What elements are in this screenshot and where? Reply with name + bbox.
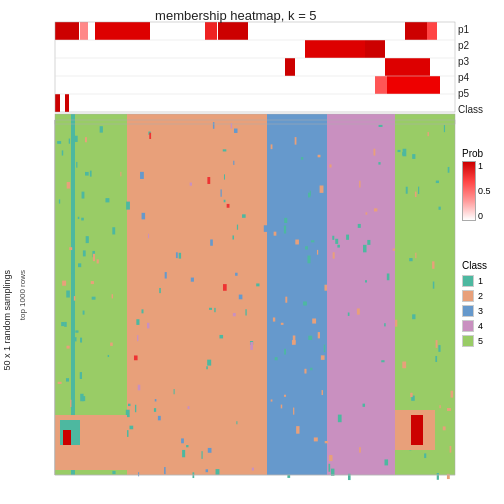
row-label-p5: p5 bbox=[458, 86, 483, 102]
legend-class-label-4: 4 bbox=[478, 321, 483, 331]
legend-class-item-1: 1 bbox=[462, 275, 487, 287]
y-axis-inner-label: top 1000 rows bbox=[18, 270, 27, 320]
legend-class-label: Class bbox=[462, 260, 487, 271]
chart-title: membership heatmap, k = 5 bbox=[155, 8, 317, 23]
row-label-class: Class bbox=[458, 102, 483, 118]
row-label-p2: p2 bbox=[458, 38, 483, 54]
legend-prob: Prob 1 0.5 0 bbox=[462, 148, 491, 221]
legend-gradient bbox=[462, 161, 476, 221]
legend-prob-tick-05: 0.5 bbox=[478, 186, 491, 196]
legend-prob-tick-1: 1 bbox=[478, 161, 491, 171]
legend-class: Class 1 2 3 4 5 bbox=[462, 260, 487, 350]
legend-class-label-3: 3 bbox=[478, 306, 483, 316]
legend-class-items: 1 2 3 4 5 bbox=[462, 275, 487, 347]
legend-class-item-5: 5 bbox=[462, 335, 487, 347]
y-axis-outer-label: 50 x 1 random samplings bbox=[2, 270, 12, 371]
legend-color-1 bbox=[462, 275, 474, 287]
row-label-p4: p4 bbox=[458, 70, 483, 86]
legend-class-item-4: 4 bbox=[462, 320, 487, 332]
legend-class-label-2: 2 bbox=[478, 291, 483, 301]
legend-color-3 bbox=[462, 305, 474, 317]
legend-prob-label: Prob bbox=[462, 148, 491, 159]
legend-class-item-2: 2 bbox=[462, 290, 487, 302]
legend-class-item-3: 3 bbox=[462, 305, 487, 317]
legend-color-4 bbox=[462, 320, 474, 332]
row-label-p3: p3 bbox=[458, 54, 483, 70]
row-label-p1: p1 bbox=[458, 22, 483, 38]
legend-color-5 bbox=[462, 335, 474, 347]
legend-class-label-5: 5 bbox=[478, 336, 483, 346]
legend-class-label-1: 1 bbox=[478, 276, 483, 286]
legend-color-2 bbox=[462, 290, 474, 302]
chart-container: membership heatmap, k = 5 p1 p2 p3 p4 p5… bbox=[0, 0, 504, 504]
legend-prob-tick-0: 0 bbox=[478, 211, 491, 221]
row-labels: p1 p2 p3 p4 p5 Class bbox=[458, 22, 483, 118]
